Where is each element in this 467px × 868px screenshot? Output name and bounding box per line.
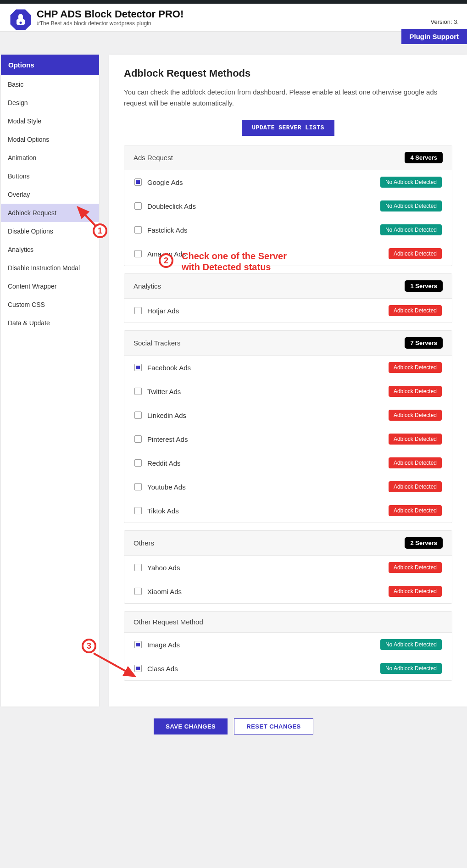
server-checkbox[interactable] (134, 364, 142, 371)
server-checkbox[interactable] (134, 226, 142, 234)
detection-status-badge: Adblock Detected (389, 481, 442, 492)
server-row: Facebook AdsAdblock Detected (124, 356, 452, 379)
detection-status-badge: Adblock Detected (389, 386, 442, 397)
group-title: Others (133, 539, 154, 547)
server-checkbox[interactable] (134, 507, 142, 514)
detection-status-badge: Adblock Detected (389, 586, 442, 597)
server-checkbox[interactable] (134, 250, 142, 257)
server-checkbox[interactable] (134, 307, 142, 314)
server-row: Doubleclick AdsNo Adblock Detected (124, 194, 452, 218)
server-row: Class AdsNo Adblock Detected (124, 657, 452, 680)
server-row: Youtube AdsAdblock Detected (124, 475, 452, 499)
annotation-marker-2: 2 (159, 253, 173, 268)
server-row: Xiaomi AdsAdblock Detected (124, 579, 452, 603)
options-sidebar: Options BasicDesignModal StyleModal Opti… (1, 55, 99, 707)
annotation-text-2: Check one of the Serverwith Detected sta… (182, 250, 287, 273)
server-row: Tiktok AdsAdblock Detected (124, 499, 452, 523)
server-label: Class Ads (147, 665, 178, 673)
sidebar-item-basic[interactable]: Basic (1, 75, 99, 94)
group-title: Social Trackers (133, 339, 181, 347)
sidebar-item-buttons[interactable]: Buttons (1, 167, 99, 185)
save-changes-button[interactable]: SAVE CHANGES (154, 718, 228, 734)
sidebar-item-content-wrapper[interactable]: Content Wrapper (1, 277, 99, 295)
detection-status-badge: Adblock Detected (389, 362, 442, 373)
server-row: Hotjar AdsAdblock Detected (124, 299, 452, 323)
plugin-support-button[interactable]: Plugin Support (401, 29, 467, 44)
detection-status-badge: Adblock Detected (389, 562, 442, 573)
server-label: Yahoo Ads (147, 564, 180, 572)
sidebar-item-data-update[interactable]: Data & Update (1, 314, 99, 332)
plugin-version: Version: 3. (431, 18, 459, 25)
server-label: Tiktok Ads (147, 507, 179, 515)
detection-status-badge: No Adblock Detected (380, 663, 442, 674)
plugin-header: CHP ADS Block Detector PRO! #The Best ad… (0, 4, 467, 32)
page-title: Adblock Request Methods (124, 67, 452, 79)
sidebar-item-overlay[interactable]: Overlay (1, 185, 99, 204)
server-label: Twitter Ads (147, 388, 181, 395)
update-server-lists-button[interactable]: UPDATE SERVER LISTS (242, 120, 334, 136)
server-label: Hotjar Ads (147, 307, 179, 315)
svg-line-4 (78, 207, 95, 226)
server-row: Yahoo AdsAdblock Detected (124, 556, 452, 579)
server-row: Linkedin AdsAdblock Detected (124, 403, 452, 427)
sidebar-item-analytics[interactable]: Analytics (1, 240, 99, 259)
server-label: Linkedin Ads (147, 412, 186, 419)
sidebar-item-modal-options[interactable]: Modal Options (1, 130, 99, 149)
server-row: Fastclick AdsNo Adblock Detected (124, 218, 452, 242)
annotation-arrow-3 (91, 651, 141, 683)
reset-changes-button[interactable]: RESET CHANGES (234, 718, 313, 734)
server-checkbox[interactable] (134, 388, 142, 395)
server-row: Reddit AdsAdblock Detected (124, 451, 452, 475)
plugin-subtitle: #The Best ads block detector wordpress p… (37, 20, 183, 27)
server-checkbox[interactable] (134, 178, 142, 186)
server-checkbox[interactable] (134, 202, 142, 210)
group-title: Ads Request (133, 154, 173, 161)
detection-status-badge: No Adblock Detected (380, 200, 442, 211)
detection-status-badge: No Adblock Detected (380, 177, 442, 188)
server-row: Pinterest AdsAdblock Detected (124, 427, 452, 451)
servers-count-badge: 2 Servers (405, 537, 443, 549)
settings-panel: Adblock Request Methods You can check th… (109, 55, 467, 707)
plugin-title: CHP ADS Block Detector PRO! (37, 8, 183, 20)
detection-status-badge: Adblock Detected (389, 248, 442, 259)
servers-count-badge: 7 Servers (405, 337, 443, 349)
server-checkbox[interactable] (134, 459, 142, 467)
server-checkbox[interactable] (134, 483, 142, 490)
server-checkbox[interactable] (134, 564, 142, 571)
server-label: Facebook Ads (147, 364, 191, 372)
sidebar-item-design[interactable]: Design (1, 94, 99, 112)
server-checkbox[interactable] (134, 435, 142, 443)
server-label: Xiaomi Ads (147, 588, 182, 595)
group-title: Analytics (133, 282, 161, 290)
server-row: Google AdsNo Adblock Detected (124, 170, 452, 194)
server-label: Doubleclick Ads (147, 202, 196, 210)
detection-status-badge: Adblock Detected (389, 457, 442, 468)
form-actions: SAVE CHANGES RESET CHANGES (0, 707, 467, 740)
annotation-marker-3: 3 (82, 639, 96, 653)
server-checkbox[interactable] (134, 641, 142, 648)
group-others: Others2 ServersYahoo AdsAdblock Detected… (124, 530, 452, 604)
annotation-marker-1: 1 (93, 223, 107, 238)
server-label: Google Ads (147, 178, 183, 186)
svg-point-3 (20, 22, 22, 24)
server-row: Image AdsNo Adblock Detected (124, 633, 452, 657)
detection-status-badge: Adblock Detected (389, 410, 442, 421)
server-label: Reddit Ads (147, 459, 181, 467)
server-checkbox[interactable] (134, 412, 142, 419)
detection-status-badge: Adblock Detected (389, 505, 442, 516)
sidebar-item-modal-style[interactable]: Modal Style (1, 112, 99, 130)
group-title: Other Request Method (133, 618, 203, 626)
group-ads-request: Ads Request4 ServersGoogle AdsNo Adblock… (124, 145, 452, 266)
detection-status-badge: No Adblock Detected (380, 639, 442, 650)
sidebar-item-animation[interactable]: Animation (1, 149, 99, 167)
server-label: Fastclick Ads (147, 226, 188, 234)
server-checkbox[interactable] (134, 588, 142, 595)
server-row: Twitter AdsAdblock Detected (124, 379, 452, 403)
plugin-logo-icon (9, 8, 32, 31)
group-analytics: Analytics1 ServersHotjar AdsAdblock Dete… (124, 273, 452, 323)
wp-admin-bar (0, 0, 467, 4)
sidebar-item-custom-css[interactable]: Custom CSS (1, 295, 99, 314)
sidebar-item-disable-instruction-modal[interactable]: Disable Instruction Modal (1, 259, 99, 277)
servers-count-badge: 4 Servers (405, 152, 443, 163)
server-label: Image Ads (147, 641, 180, 649)
